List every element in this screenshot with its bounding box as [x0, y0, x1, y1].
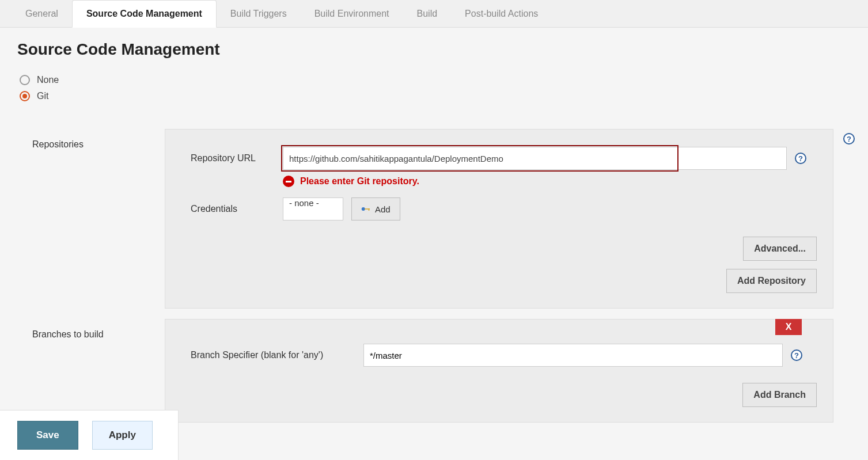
svg-point-0 — [362, 207, 365, 211]
footer-actions: Save Apply — [0, 410, 179, 423]
page-title: Source Code Management — [0, 28, 868, 69]
tab-build-environment[interactable]: Build Environment — [301, 0, 403, 27]
key-icon — [361, 206, 372, 212]
section-header: Repositories — [32, 129, 165, 309]
apply-button[interactable]: Apply — [92, 421, 153, 423]
add-credentials-button[interactable]: Add — [351, 197, 400, 221]
repositories-section: Repositories ? Repository URL ? Please e… — [0, 129, 868, 309]
save-button[interactable]: Save — [17, 421, 78, 423]
radio-label: None — [37, 75, 59, 85]
tab-general[interactable]: General — [12, 0, 72, 27]
branch-specifier-input[interactable] — [363, 344, 783, 367]
repo-buttons: Advanced... Add Repository — [191, 237, 817, 293]
advanced-button[interactable]: Advanced... — [743, 237, 817, 261]
delete-branch-button[interactable]: X — [775, 319, 802, 335]
branches-section: Branches to build X Branch Specifier (bl… — [0, 319, 868, 423]
radio-label: Git — [37, 91, 48, 101]
repo-url-error: Please enter Git repository. — [283, 176, 817, 187]
branch-specifier-row: Branch Specifier (blank for 'any') ? — [191, 344, 817, 367]
tab-post-build[interactable]: Post-build Actions — [451, 0, 552, 27]
error-icon — [283, 176, 294, 187]
add-branch-button[interactable]: Add Branch — [742, 383, 817, 407]
svg-rect-2 — [369, 208, 370, 211]
scm-options: None Git — [0, 75, 868, 119]
tab-build-triggers[interactable]: Build Triggers — [217, 0, 301, 27]
branch-specifier-label: Branch Specifier (blank for 'any') — [191, 350, 363, 360]
add-credentials-label: Add — [375, 204, 391, 214]
radio-icon — [20, 75, 30, 85]
repo-url-input[interactable] — [283, 147, 787, 170]
tab-scm[interactable]: Source Code Management — [72, 0, 217, 28]
credentials-row: Credentials - none - Add — [191, 197, 817, 221]
branch-buttons: Add Branch — [191, 383, 817, 407]
add-repository-button[interactable]: Add Repository — [726, 269, 817, 293]
scm-option-git[interactable]: Git — [20, 91, 848, 101]
repo-url-label: Repository URL — [191, 153, 283, 164]
tab-build[interactable]: Build — [403, 0, 452, 27]
credentials-select[interactable]: - none - — [283, 197, 343, 221]
help-icon[interactable]: ? — [791, 349, 802, 361]
section-header: Branches to build — [32, 319, 165, 423]
radio-icon — [20, 91, 30, 101]
config-tabs: General Source Code Management Build Tri… — [0, 0, 868, 28]
repo-url-row: Repository URL ? — [191, 147, 817, 170]
help-icon[interactable]: ? — [843, 133, 855, 145]
credentials-label: Credentials — [191, 204, 283, 214]
error-text: Please enter Git repository. — [300, 176, 419, 187]
branches-panel: X Branch Specifier (blank for 'any') ? A… — [165, 319, 833, 423]
help-icon[interactable]: ? — [795, 153, 806, 164]
repositories-panel: ? Repository URL ? Please enter Git repo… — [165, 129, 833, 309]
scm-option-none[interactable]: None — [20, 75, 848, 85]
